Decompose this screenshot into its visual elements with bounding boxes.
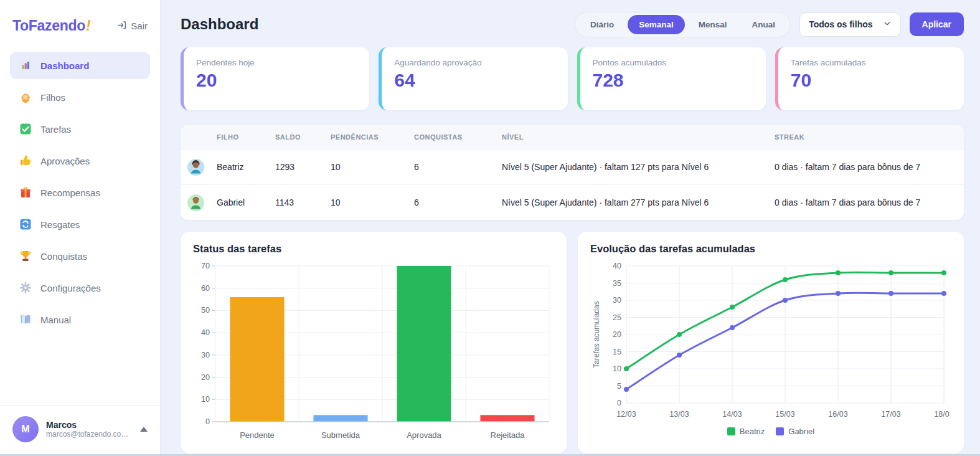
gear-icon <box>19 282 32 294</box>
sidebar-item-filhos[interactable]: Filhos <box>10 83 150 111</box>
svg-text:30: 30 <box>201 351 210 359</box>
svg-text:14/03: 14/03 <box>722 410 742 419</box>
svg-text:0: 0 <box>205 417 210 426</box>
svg-text:5: 5 <box>617 382 621 391</box>
avatar-cell <box>181 159 217 176</box>
children-filter-select[interactable]: Todos os filhos <box>799 12 900 37</box>
svg-text:Submetida: Submetida <box>321 430 360 440</box>
avatar-cell <box>181 194 217 211</box>
girl-icon <box>19 91 32 103</box>
svg-text:17/03: 17/03 <box>881 410 900 419</box>
stat-card-0: Pendentes hoje20 <box>181 47 369 110</box>
bar-chart-card: Status das tarefas010203040506070Pendent… <box>181 232 567 454</box>
sidebar-item-label: Filhos <box>40 92 65 103</box>
period-tab-anual[interactable]: Anual <box>741 15 787 34</box>
cell-filho: Gabriel <box>217 197 275 207</box>
apply-button[interactable]: Aplicar <box>910 12 964 36</box>
svg-text:18/03: 18/03 <box>934 410 950 419</box>
svg-text:Aprovada: Aprovada <box>407 430 441 440</box>
cell-saldo: 1293 <box>275 162 331 172</box>
sidebar-item-label: Recompensas <box>40 188 100 198</box>
stat-card-3: Tarefas acumuladas70 <box>775 47 964 110</box>
chart-legend: BeatrizGabriel <box>590 427 951 436</box>
table-header-row: FILHOSALDOPENDÊNCIASCONQUISTASNÍVELSTREA… <box>181 125 964 149</box>
sidebar-item-label: Dashboard <box>40 60 89 71</box>
sidebar-item-label: Resgates <box>40 219 80 230</box>
line-chart-card: Evolução das tarefas acumuladas051015202… <box>578 232 964 454</box>
period-tab-semanal[interactable]: Semanal <box>628 15 685 34</box>
sidebar-nav: DashboardFilhosTarefasAprovaçõesRecompen… <box>0 43 160 406</box>
boy-avatar-icon <box>187 194 204 211</box>
chevron-down-icon <box>883 19 892 30</box>
column-header-3: CONQUISTAS <box>414 133 502 141</box>
svg-text:20: 20 <box>613 330 621 339</box>
user-email: marcos@tofazendo.co… <box>46 430 133 439</box>
sidebar-item-label: Tarefas <box>40 124 71 135</box>
bar-chart: 010203040506070PendenteSubmetidaAprovada… <box>193 260 553 452</box>
chart-title: Evolução das tarefas acumuladas <box>590 243 951 255</box>
svg-text:16/03: 16/03 <box>828 410 847 419</box>
svg-text:12/03: 12/03 <box>616 410 636 419</box>
stat-label: Pendentes hoje <box>196 58 357 67</box>
stat-label: Tarefas acumuladas <box>791 58 951 67</box>
logout-label: Sair <box>131 21 148 31</box>
stat-value: 20 <box>196 70 357 91</box>
svg-text:13/03: 13/03 <box>669 410 689 419</box>
legend-swatch <box>776 427 784 435</box>
stat-value: 64 <box>394 70 555 91</box>
table-body: Beatriz1293106Nível 5 (Super Ajudante) ·… <box>181 149 964 220</box>
legend-label: Gabriel <box>788 427 814 436</box>
sidebar-item-label: Manual <box>40 315 71 325</box>
girl-avatar-icon <box>187 159 204 176</box>
sidebar-item-aprovacoes[interactable]: Aprovações <box>10 147 150 174</box>
logout-icon <box>116 20 127 32</box>
period-tab-diario[interactable]: Diário <box>579 15 625 34</box>
column-header-2: PENDÊNCIAS <box>331 133 414 141</box>
logout-button[interactable]: Sair <box>116 20 148 32</box>
column-header-1: SALDO <box>275 133 331 141</box>
children-filter-value: Todos os filhos <box>809 19 872 29</box>
svg-text:60: 60 <box>201 284 210 293</box>
svg-text:Tarefas acumuladas: Tarefas acumuladas <box>592 301 601 368</box>
sidebar-item-label: Conquistas <box>40 251 87 262</box>
sidebar-item-recompensas[interactable]: Recompensas <box>10 179 150 206</box>
cell-nivel: Nível 5 (Super Ajudante) · faltam 127 pt… <box>502 162 775 172</box>
collapse-caret-icon[interactable] <box>140 427 148 432</box>
legend-item: Gabriel <box>776 427 814 436</box>
logo-text: ToFazendo <box>12 17 85 34</box>
bar-chart-icon <box>19 59 32 72</box>
stat-label: Pontos acumulados <box>593 58 753 67</box>
sidebar-item-tarefas[interactable]: Tarefas <box>10 115 150 143</box>
user-menu[interactable]: M Marcos marcos@tofazendo.co… <box>0 406 160 456</box>
cell-conquistas: 6 <box>414 162 502 172</box>
sidebar: ToFazendo! Sair DashboardFilhosTarefasAp… <box>0 0 161 456</box>
svg-text:70: 70 <box>201 262 210 270</box>
svg-text:40: 40 <box>201 328 210 337</box>
book-icon <box>19 313 32 326</box>
svg-text:20: 20 <box>201 373 210 382</box>
sidebar-item-conquistas[interactable]: Conquistas <box>10 242 150 270</box>
svg-text:15: 15 <box>613 348 621 356</box>
sidebar-item-manual[interactable]: Manual <box>10 306 150 333</box>
period-tab-mensal[interactable]: Mensal <box>687 15 738 34</box>
logo-row: ToFazendo! Sair <box>0 0 160 43</box>
svg-text:10: 10 <box>201 395 210 404</box>
svg-text:0: 0 <box>617 399 621 407</box>
legend-label: Beatriz <box>740 427 765 436</box>
stats-row: Pendentes hoje20Aguardando aprovação64Po… <box>181 47 964 110</box>
charts-row: Status das tarefas010203040506070Pendent… <box>181 232 964 454</box>
sidebar-item-dashboard[interactable]: Dashboard <box>10 52 150 79</box>
svg-text:15/03: 15/03 <box>775 410 794 419</box>
period-segmented-control: DiárioSemanalMensalAnual <box>575 12 791 37</box>
user-name: Marcos <box>46 420 133 430</box>
stat-card-1: Aguardando aprovação64 <box>379 47 567 110</box>
legend-swatch <box>727 427 735 435</box>
cell-saldo: 1143 <box>275 197 331 207</box>
sidebar-item-configuracoes[interactable]: Configurações <box>10 274 150 302</box>
chart-title: Status das tarefas <box>193 243 554 255</box>
svg-text:30: 30 <box>613 296 621 305</box>
cell-nivel: Nível 5 (Super Ajudante) · faltam 277 pt… <box>502 197 775 207</box>
column-header-0: FILHO <box>217 133 275 141</box>
sidebar-item-resgates[interactable]: Resgates <box>10 211 150 238</box>
column-header-5: STREAK <box>775 133 964 141</box>
